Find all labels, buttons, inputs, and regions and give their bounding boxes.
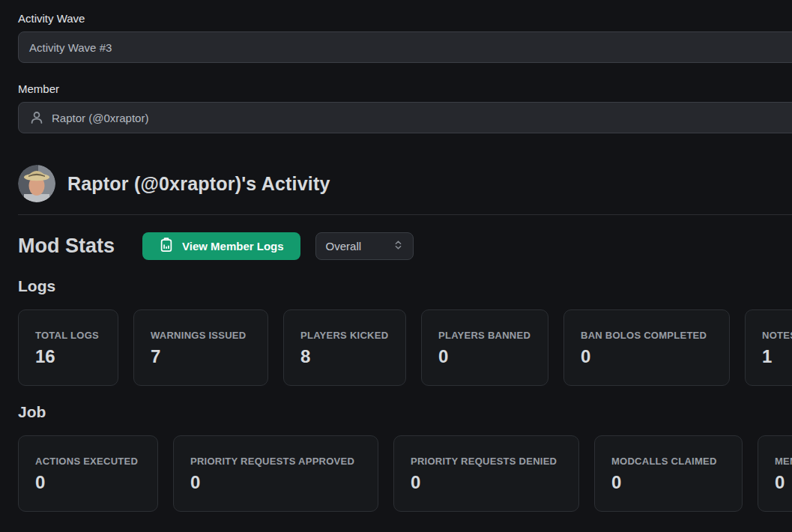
member-activity-page: Activity Wave Activity Wave #3 Member Ra… xyxy=(0,0,792,532)
stat-card-label: TOTAL LOGS xyxy=(35,330,101,341)
view-member-logs-button[interactable]: View Member Logs xyxy=(142,232,300,260)
divider xyxy=(18,214,792,215)
stat-card: BAN BOLOS COMPLETED0 xyxy=(563,309,730,386)
stats-section-logs: LogsTOTAL LOGS16WARNINGS ISSUED7PLAYERS … xyxy=(18,277,792,386)
stat-card-value: 0 xyxy=(190,472,361,493)
stat-card: PLAYERS KICKED8 xyxy=(283,309,406,386)
view-member-logs-label: View Member Logs xyxy=(182,240,284,253)
stat-card-label: MODCALLS CLAIMED xyxy=(611,456,725,467)
member-select[interactable]: Raptor (@0xraptor) xyxy=(18,102,792,133)
stat-card-label: ACTIONS EXECUTED xyxy=(35,456,141,467)
stats-section-job: JobACTIONS EXECUTED0PRIORITY REQUESTS AP… xyxy=(18,403,792,512)
mod-stats-toolbar: Mod Stats View Member Logs Overall xyxy=(18,232,792,260)
person-icon xyxy=(29,110,44,125)
stat-card: NOTES1 xyxy=(745,309,792,386)
member-label: Member xyxy=(18,82,792,95)
stat-card: PLAYERS BANNED0 xyxy=(421,309,548,386)
member-field: Member Raptor (@0xraptor) xyxy=(18,82,792,133)
stat-card: MODCALLS CLAIMED0 xyxy=(594,435,743,512)
section-title: Job xyxy=(18,403,792,421)
stat-card-value: 16 xyxy=(35,346,101,367)
section-title: Logs xyxy=(18,277,792,295)
stat-cards-row: ACTIONS EXECUTED0PRIORITY REQUESTS APPRO… xyxy=(18,435,792,512)
stat-card-label: PLAYERS BANNED xyxy=(438,330,531,341)
stat-card-label: WARNINGS ISSUED xyxy=(151,330,251,341)
stat-card-label: PLAYERS KICKED xyxy=(300,330,389,341)
stats-sections: LogsTOTAL LOGS16WARNINGS ISSUED7PLAYERS … xyxy=(18,277,792,512)
avatar xyxy=(18,165,55,202)
stat-cards-row: TOTAL LOGS16WARNINGS ISSUED7PLAYERS KICK… xyxy=(18,309,792,386)
stat-card-label: BAN BOLOS COMPLETED xyxy=(581,330,713,341)
chevron-updown-icon xyxy=(393,240,403,253)
stat-card-value: 0 xyxy=(775,472,792,493)
period-select[interactable]: Overall xyxy=(315,232,414,260)
activity-wave-value: Activity Wave #3 xyxy=(29,41,112,54)
activity-wave-label: Activity Wave xyxy=(18,12,792,25)
activity-wave-field: Activity Wave Activity Wave #3 xyxy=(18,12,792,63)
stat-card: ACTIONS EXECUTED0 xyxy=(18,435,158,512)
period-select-value: Overall xyxy=(326,240,362,253)
stat-card-value: 0 xyxy=(611,472,725,493)
stat-card-value: 0 xyxy=(35,472,141,493)
stat-card: PRIORITY REQUESTS DENIED0 xyxy=(393,435,579,512)
stat-card-value: 0 xyxy=(581,346,713,367)
page-title: Raptor (@0xraptor)'s Activity xyxy=(67,173,330,195)
stat-card-value: 8 xyxy=(300,346,389,367)
stat-card: PRIORITY REQUESTS APPROVED0 xyxy=(173,435,378,512)
stat-card-label: PRIORITY REQUESTS APPROVED xyxy=(190,456,361,467)
stat-card: TOTAL LOGS16 xyxy=(18,309,118,386)
stat-card-label: NOTES xyxy=(762,330,792,341)
stat-card-label: MEMBERS xyxy=(775,456,792,467)
stat-card-value: 0 xyxy=(411,472,562,493)
member-value: Raptor (@0xraptor) xyxy=(52,112,148,124)
stat-card-value: 0 xyxy=(438,346,531,367)
stat-card: WARNINGS ISSUED7 xyxy=(133,309,268,386)
mod-stats-heading: Mod Stats xyxy=(18,235,115,258)
stat-card-label: PRIORITY REQUESTS DENIED xyxy=(411,456,562,467)
clipboard-chart-icon xyxy=(159,238,174,255)
activity-wave-select[interactable]: Activity Wave #3 xyxy=(18,31,792,63)
stat-card-value: 7 xyxy=(151,346,251,367)
stat-card: MEMBERS0 xyxy=(758,435,792,512)
stat-card-value: 1 xyxy=(762,346,792,367)
profile-header: Raptor (@0xraptor)'s Activity xyxy=(18,165,792,202)
